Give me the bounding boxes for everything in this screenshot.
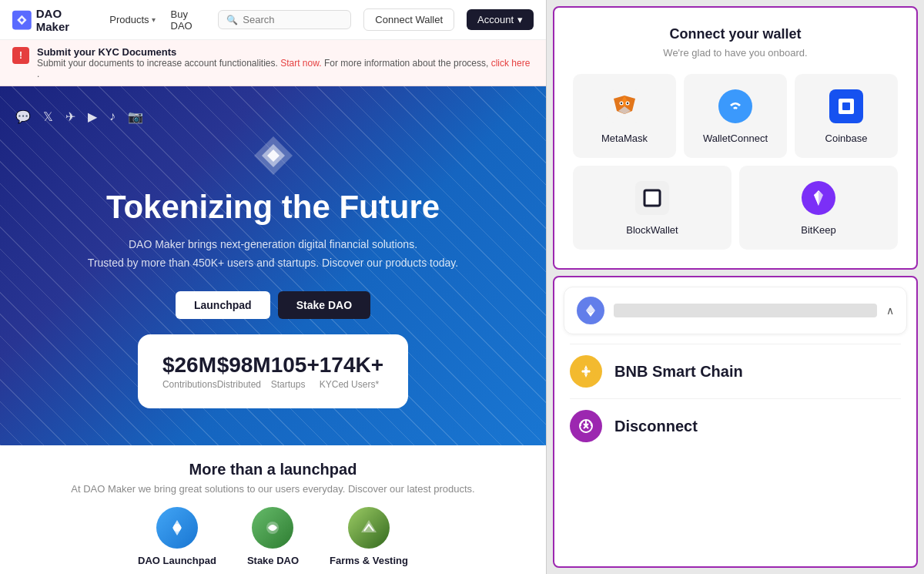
hero-title: Tokenizing the Future bbox=[106, 190, 440, 225]
product-stake-label: Stake DAO bbox=[247, 555, 299, 566]
tiktok-icon[interactable]: ♪ bbox=[109, 109, 116, 124]
product-farms-icon bbox=[348, 507, 390, 549]
ethereum-icon bbox=[577, 297, 604, 324]
stat-contributions: $26M Contributions bbox=[162, 353, 217, 390]
kyc-text: Submit your KYC Documents Submit your do… bbox=[37, 46, 534, 79]
product-launchpad-icon bbox=[156, 507, 198, 549]
youtube-icon[interactable]: ▶ bbox=[88, 109, 97, 124]
bnb-icon bbox=[570, 355, 602, 388]
stat-startups-label: Startups bbox=[271, 379, 320, 390]
stake-dao-button[interactable]: Stake DAO bbox=[278, 291, 370, 319]
account-chevron-icon: ▾ bbox=[517, 14, 523, 25]
kyc-click-here-link[interactable]: click here bbox=[491, 58, 531, 69]
stat-distributed-value: $98M bbox=[217, 353, 271, 378]
bitkeep-icon bbox=[800, 180, 837, 217]
stat-kyced-value: 174K+ bbox=[320, 353, 383, 378]
hero-buttons: Launchpad Stake DAO bbox=[176, 291, 370, 319]
svg-rect-13 bbox=[718, 89, 752, 123]
account-button[interactable]: Account ▾ bbox=[467, 9, 534, 30]
blockwallet-icon bbox=[634, 180, 671, 217]
search-icon: 🔍 bbox=[226, 15, 238, 25]
blockwallet-label: BlockWallet bbox=[626, 224, 678, 236]
navbar: DAO Maker Products ▾ Buy DAO 🔍 Connect W… bbox=[0, 0, 546, 40]
search-input[interactable] bbox=[243, 14, 343, 25]
coinbase-label: Coinbase bbox=[825, 133, 868, 144]
connect-wallet-button[interactable]: Connect Wallet bbox=[363, 8, 454, 31]
stat-contributions-value: $26M bbox=[162, 353, 217, 378]
left-panel: DAO Maker Products ▾ Buy DAO 🔍 Connect W… bbox=[0, 0, 547, 574]
chain-disconnect-panel: ∧ BNB Smart Chain bbox=[553, 276, 918, 568]
chain-chevron-up-icon[interactable]: ∧ bbox=[886, 304, 894, 317]
product-stake-icon bbox=[252, 507, 293, 549]
metamask-icon bbox=[606, 88, 643, 125]
bnb-chain-option[interactable]: BNB Smart Chain bbox=[554, 344, 916, 398]
social-icons: 💬 𝕏 ✈ ▶ ♪ 📷 bbox=[15, 109, 143, 124]
svg-rect-16 bbox=[842, 102, 850, 110]
section-title: More than a launchpad bbox=[0, 461, 546, 478]
instagram-icon[interactable]: 📷 bbox=[128, 109, 143, 124]
kyc-title: Submit your KYC Documents bbox=[37, 46, 534, 58]
products-row: DAO Launchpad Stake DAO bbox=[0, 507, 546, 566]
hero-logo-svg bbox=[250, 133, 296, 179]
svg-point-11 bbox=[621, 102, 622, 104]
section-subtitle: At DAO Maker we bring great solutions to… bbox=[0, 483, 546, 495]
svg-point-12 bbox=[627, 102, 628, 104]
stat-startups: 105+ Startups bbox=[271, 353, 320, 390]
walletconnect-label: WalletConnect bbox=[703, 133, 768, 144]
bitkeep-label: BitKeep bbox=[801, 224, 836, 236]
wallet-coinbase[interactable]: Coinbase bbox=[795, 74, 898, 158]
connect-wallet-modal: Connect your wallet We're glad to have y… bbox=[553, 6, 918, 270]
kyc-start-link[interactable]: Start now. bbox=[280, 58, 321, 69]
wallet-walletconnect[interactable]: WalletConnect bbox=[684, 74, 787, 158]
wallet-grid-bottom: BlockWallet BitKeep bbox=[573, 166, 898, 250]
nav-buy-dao[interactable]: Buy DAO bbox=[165, 5, 206, 35]
twitter-icon[interactable]: 𝕏 bbox=[43, 109, 53, 124]
hero-logo-icon bbox=[250, 133, 296, 182]
stat-distributed-label: Distributed bbox=[217, 379, 271, 390]
discord-icon[interactable]: 💬 bbox=[15, 109, 31, 124]
stat-kyced: 174K+ KYCed Users* bbox=[320, 353, 383, 390]
wallet-modal-title: Connect your wallet bbox=[573, 26, 898, 42]
disconnect-icon bbox=[570, 410, 602, 442]
below-hero-section: More than a launchpad At DAO Maker we br… bbox=[0, 445, 546, 574]
disconnect-option[interactable]: Disconnect bbox=[554, 399, 916, 453]
kyc-warning-icon: ! bbox=[12, 47, 29, 64]
walletconnect-icon bbox=[717, 88, 754, 125]
product-launchpad[interactable]: DAO Launchpad bbox=[138, 507, 216, 566]
products-chevron-icon: ▾ bbox=[152, 15, 156, 24]
stat-startups-value: 105+ bbox=[271, 353, 320, 378]
product-launchpad-label: DAO Launchpad bbox=[138, 555, 216, 566]
wallet-grid-top: MetaMask WalletConnect bbox=[573, 74, 898, 158]
nav-products[interactable]: Products ▾ bbox=[103, 11, 161, 29]
svg-point-1 bbox=[173, 524, 181, 532]
product-stake[interactable]: Stake DAO bbox=[247, 507, 299, 566]
metamask-label: MetaMask bbox=[601, 133, 648, 144]
stats-card: $26M Contributions $98M Distributed 105+… bbox=[138, 334, 408, 408]
disconnect-label: Disconnect bbox=[614, 418, 698, 435]
kyc-banner: ! Submit your KYC Documents Submit your … bbox=[0, 40, 546, 86]
hero-section: 💬 𝕏 ✈ ▶ ♪ 📷 Tokenizing the Future DAO Ma… bbox=[0, 86, 546, 445]
wallet-blockwallet[interactable]: BlockWallet bbox=[573, 166, 732, 250]
logo-text: DAO Maker bbox=[36, 7, 92, 33]
wallet-metamask[interactable]: MetaMask bbox=[573, 74, 676, 158]
logo[interactable]: DAO Maker bbox=[12, 7, 91, 33]
search-box[interactable]: 🔍 bbox=[218, 10, 351, 29]
stat-kyced-label: KYCed Users* bbox=[320, 379, 383, 390]
stat-contributions-label: Contributions bbox=[162, 379, 217, 390]
launchpad-button[interactable]: Launchpad bbox=[176, 291, 270, 319]
stat-distributed: $98M Distributed bbox=[217, 353, 271, 390]
right-panel: Connect your wallet We're glad to have y… bbox=[547, 0, 924, 574]
wallet-address bbox=[614, 304, 877, 317]
nav-links: Products ▾ Buy DAO bbox=[103, 5, 206, 35]
chain-selector[interactable]: ∧ bbox=[564, 287, 907, 334]
wallet-modal-subtitle: We're glad to have you onboard. bbox=[573, 47, 898, 59]
kyc-description: Submit your documents to increase accoun… bbox=[37, 58, 534, 79]
bnb-chain-label: BNB Smart Chain bbox=[614, 363, 743, 381]
product-farms[interactable]: Farms & Vesting bbox=[330, 507, 408, 566]
product-farms-label: Farms & Vesting bbox=[330, 555, 408, 566]
telegram-icon[interactable]: ✈ bbox=[65, 109, 75, 124]
coinbase-icon bbox=[828, 88, 865, 125]
wallet-bitkeep[interactable]: BitKeep bbox=[739, 166, 898, 250]
logo-icon bbox=[12, 9, 32, 31]
hero-subtitle: DAO Maker brings next-generation digital… bbox=[88, 236, 458, 273]
